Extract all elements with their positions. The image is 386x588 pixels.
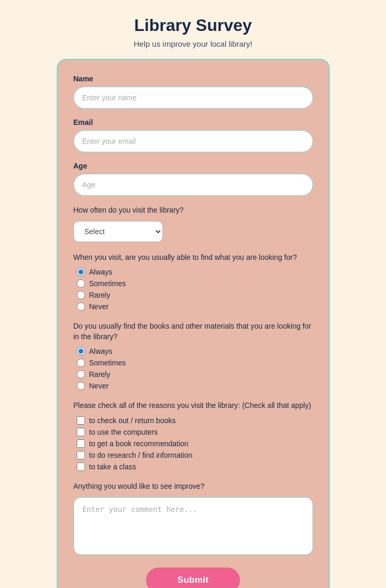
- reasons-group: Please check all of the reasons you visi…: [74, 401, 313, 471]
- age-label: Age: [74, 162, 313, 170]
- reason-research-label: to do research / find information: [89, 451, 193, 459]
- visit-frequency-label: How often do you visit the library?: [74, 205, 313, 216]
- find-books-label: Do you usually find the books and other …: [74, 321, 313, 342]
- find-items-sometimes[interactable]: Sometimes: [77, 279, 313, 288]
- find-items-always-radio[interactable]: [77, 268, 85, 276]
- improve-textarea[interactable]: [74, 497, 313, 555]
- improve-group: Anything you would like to see improve?: [74, 481, 313, 557]
- find-books-rarely-radio[interactable]: [77, 370, 85, 379]
- visit-frequency-select[interactable]: Select Daily Weekly Monthly Rarely Never: [74, 221, 163, 242]
- page-subtitle: Help us improve your local library!: [134, 39, 253, 48]
- reason-research[interactable]: to do research / find information: [77, 451, 313, 459]
- find-books-never[interactable]: Never: [77, 382, 313, 390]
- find-books-rarely-label: Rarely: [89, 370, 110, 379]
- find-books-group: Do you usually find the books and other …: [74, 321, 313, 390]
- reason-recommendation[interactable]: to get a book recommendation: [77, 439, 313, 448]
- reason-class[interactable]: to take a class: [77, 463, 313, 471]
- find-items-never[interactable]: Never: [77, 302, 313, 311]
- reason-class-checkbox[interactable]: [77, 463, 85, 471]
- reason-recommendation-checkbox[interactable]: [77, 439, 85, 448]
- find-items-rarely-radio[interactable]: [77, 291, 85, 299]
- find-items-rarely[interactable]: Rarely: [77, 291, 313, 299]
- find-items-group: When you visit, are you usually able to …: [74, 253, 313, 311]
- email-input[interactable]: [74, 130, 313, 152]
- find-items-always-label: Always: [89, 268, 112, 276]
- find-items-label: When you visit, are you usually able to …: [74, 253, 313, 263]
- find-items-never-label: Never: [89, 302, 109, 311]
- find-books-always[interactable]: Always: [77, 347, 313, 355]
- find-items-always[interactable]: Always: [77, 268, 313, 276]
- improve-label: Anything you would like to see improve?: [74, 481, 313, 492]
- reason-checkout-label: to check out / return books: [89, 416, 176, 425]
- find-books-always-radio[interactable]: [77, 347, 85, 355]
- find-items-rarely-label: Rarely: [89, 291, 110, 299]
- age-input[interactable]: [74, 174, 313, 196]
- visit-frequency-group: How often do you visit the library? Sele…: [74, 205, 313, 242]
- age-field-group: Age: [74, 162, 313, 196]
- find-items-never-radio[interactable]: [77, 302, 85, 311]
- find-books-never-radio[interactable]: [77, 382, 85, 390]
- page-title: Library Survey: [134, 16, 252, 35]
- email-label: Email: [74, 118, 313, 127]
- reason-computers-label: to use the computers: [89, 428, 158, 436]
- reason-research-checkbox[interactable]: [77, 451, 85, 459]
- find-books-sometimes-label: Sometimes: [89, 359, 126, 367]
- reason-checkout-checkbox[interactable]: [77, 416, 85, 425]
- find-books-never-label: Never: [89, 382, 109, 390]
- find-items-sometimes-radio[interactable]: [77, 279, 85, 288]
- reasons-label: Please check all of the reasons you visi…: [74, 401, 313, 411]
- find-books-sometimes[interactable]: Sometimes: [77, 359, 313, 367]
- reason-computers-checkbox[interactable]: [77, 428, 85, 436]
- reason-recommendation-label: to get a book recommendation: [89, 439, 189, 448]
- email-field-group: Email: [74, 118, 313, 152]
- submit-button[interactable]: Submit: [146, 568, 240, 588]
- name-field-group: Name: [74, 75, 313, 109]
- reason-class-label: to take a class: [89, 463, 137, 471]
- name-label: Name: [74, 75, 313, 83]
- name-input[interactable]: [74, 87, 313, 109]
- reason-checkout[interactable]: to check out / return books: [77, 416, 313, 425]
- survey-form-card: Name Email Age How often do you visit th…: [57, 59, 330, 588]
- reason-computers[interactable]: to use the computers: [77, 428, 313, 436]
- find-books-always-label: Always: [89, 347, 112, 355]
- find-books-radio-group: Always Sometimes Rarely Never: [77, 347, 313, 390]
- find-books-rarely[interactable]: Rarely: [77, 370, 313, 379]
- find-books-sometimes-radio[interactable]: [77, 359, 85, 367]
- find-items-sometimes-label: Sometimes: [89, 279, 126, 288]
- reasons-checkbox-group: to check out / return books to use the c…: [77, 416, 313, 471]
- find-items-radio-group: Always Sometimes Rarely Never: [77, 268, 313, 311]
